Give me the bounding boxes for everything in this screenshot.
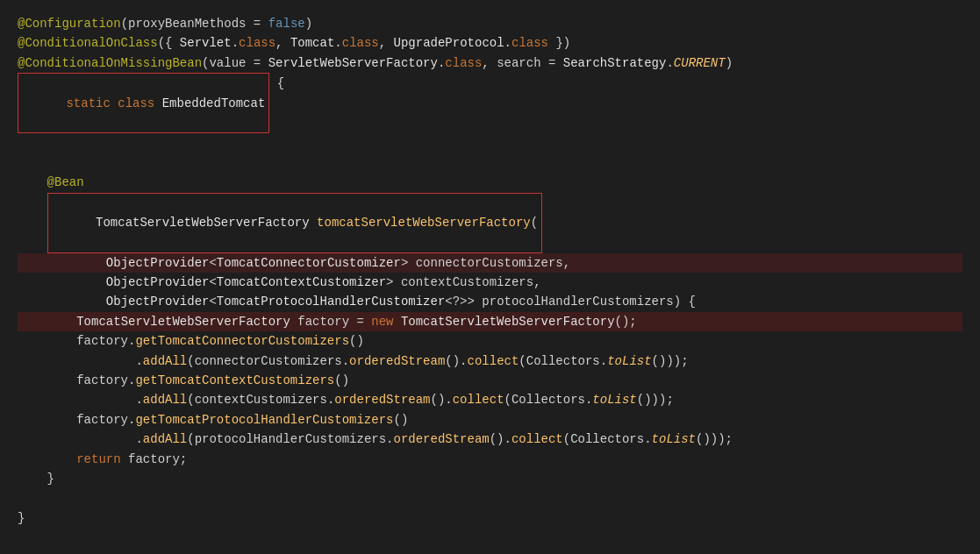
code-line-21 [18,488,962,508]
code-line-16: .addAll(contextCustomizers.orderedStream… [18,390,962,409]
code-line-1: @Configuration(proxyBeanMethods = false) [18,14,962,33]
code-line-14: .addAll(connectorCustomizers.orderedStre… [18,352,962,371]
code-line-22: } [18,508,962,528]
code-line-20: } [18,469,962,488]
code-editor: @Configuration(proxyBeanMethods = false)… [0,0,980,554]
code-line-15: factory.getTomcatContextCustomizers() [18,371,962,390]
code-line-11: ObjectProvider<TomcatProtocolHandlerCust… [18,292,962,311]
code-line-17: factory.getTomcatProtocolHandlerCustomiz… [18,410,962,430]
code-line-3: @ConditionalOnMissingBean(value = Servle… [18,53,962,73]
code-line-4: static class EmbeddedTomcat { [18,73,962,133]
red-box-method: TomcatServletWebServerFactory tomcatServ… [47,193,543,253]
code-line-7: @Bean [18,173,962,192]
code-line-19: return factory; [18,450,962,469]
code-line-8: TomcatServletWebServerFactory tomcatServ… [18,193,962,253]
code-line-12: TomcatServletWebServerFactory factory = … [18,312,962,331]
code-line-6 [18,153,962,173]
code-line-10: ObjectProvider<TomcatContextCustomizer> … [18,273,962,292]
code-line-9: ObjectProvider<TomcatConnectorCustomizer… [18,253,962,273]
code-line-13: factory.getTomcatConnectorCustomizers() [18,331,962,351]
red-box-class: static class EmbeddedTomcat [18,73,269,133]
code-line-18: .addAll(protocolHandlerCustomizers.order… [18,430,962,449]
code-line-2: @ConditionalOnClass({ Servlet.class, Tom… [18,33,962,53]
code-line-5 [18,133,962,153]
